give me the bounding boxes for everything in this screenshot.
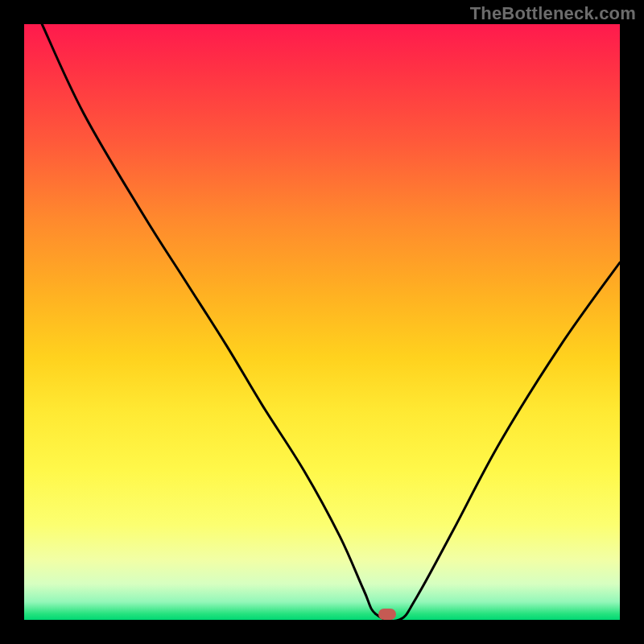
chart-frame: TheBottleneck.com [0,0,644,644]
attribution-label: TheBottleneck.com [470,3,636,24]
bottleneck-curve [24,24,620,620]
optimal-point-marker [378,609,396,620]
plot-area [24,24,620,620]
